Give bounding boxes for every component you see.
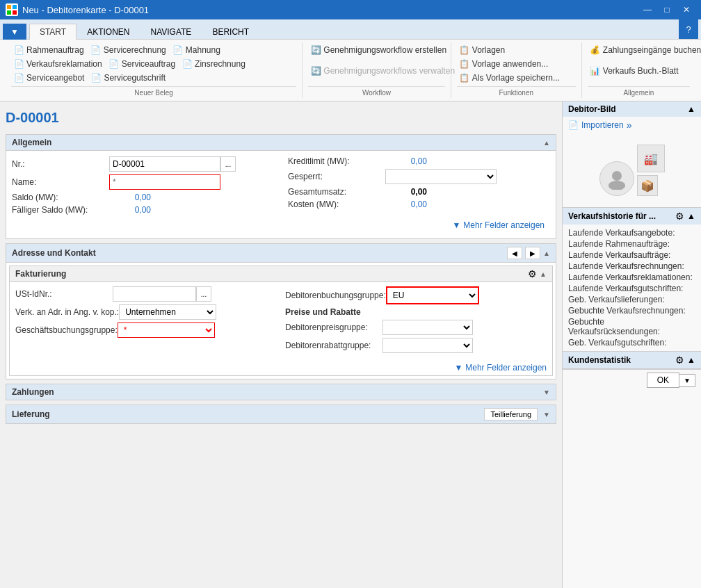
btn-verkaufsreklamation[interactable]: 📄 Verkaufsreklamation bbox=[11, 58, 105, 70]
section-lieferung-title: Lieferung bbox=[12, 409, 50, 419]
maximize-button[interactable]: □ bbox=[658, 3, 676, 17]
close-button[interactable]: ✕ bbox=[677, 3, 695, 17]
nr-dots-button[interactable]: ... bbox=[220, 156, 236, 172]
tab-start[interactable]: START bbox=[29, 24, 76, 40]
allgemein-label: Allgemein bbox=[588, 86, 690, 97]
geschaeft-select[interactable]: * bbox=[118, 322, 215, 338]
btn-vorlage-anwenden[interactable]: 📋 Vorlage anwenden... bbox=[457, 58, 551, 70]
rp-verkaufshistorie-header[interactable]: Verkaufshistorie für ... ⚙ ▲ bbox=[563, 208, 701, 224]
importieren-arrow: » bbox=[627, 120, 632, 131]
kosten-label: Kosten (MW): bbox=[288, 199, 385, 209]
deb-preis-label: Debitorenpreisgruppe: bbox=[285, 322, 382, 332]
btn-als-vorlage-speichern[interactable]: 📋 Als Vorlage speichern... bbox=[457, 72, 563, 84]
btn-mahnung[interactable]: 📄 Mahnung bbox=[170, 44, 223, 56]
rp-kundenstatistik-title: Kundenstatistik bbox=[568, 355, 631, 365]
importieren-label[interactable]: Importieren bbox=[581, 120, 624, 130]
btn-genehmigung-erstellen[interactable]: 🔄 Genehmigungsworkflow erstellen bbox=[308, 44, 449, 56]
lieferung-header-left: Lieferung bbox=[12, 409, 50, 419]
saldo-value: 0,00 bbox=[109, 193, 151, 202]
section-allgemein-header[interactable]: Allgemein ▲ bbox=[6, 135, 556, 151]
section-zahlungen-header[interactable]: Zahlungen ▼ bbox=[6, 384, 556, 400]
faelliger-label: Fälliger Saldo (MW): bbox=[12, 205, 109, 215]
gesperrt-label: Gesperrt: bbox=[288, 172, 385, 181]
section-allgemein-body: Nr.: ... Name: Saldo (MW): 0,00 bbox=[6, 151, 556, 238]
allgemein-col-left: Nr.: ... Name: Saldo (MW): 0,00 bbox=[12, 156, 274, 218]
rp-debitor-bild-header[interactable]: Debitor-Bild ▲ bbox=[563, 101, 701, 117]
mehr-felder-chevron2: ▼ bbox=[454, 363, 462, 373]
section-fakturierung-header[interactable]: Fakturierung ⚙ ▲ bbox=[10, 266, 552, 282]
section-lieferung: Lieferung Teillieferung ▼ bbox=[6, 405, 556, 424]
btn-verkaufs-buch-blatt[interactable]: 📊 Verkaufs Buch.-Blatt bbox=[588, 65, 682, 77]
svg-rect-0 bbox=[7, 5, 11, 9]
btn-zinsrechnung[interactable]: 📄 Zinsrechnung bbox=[179, 58, 248, 70]
btn-vorlagen[interactable]: 📋 Vorlagen bbox=[457, 44, 508, 56]
help-button[interactable]: ? bbox=[679, 19, 698, 39]
nr-row: Nr.: ... bbox=[12, 156, 274, 172]
stat-label-9: Geb. Verkaufsgutschriften: bbox=[568, 338, 666, 348]
btn-zahlungseingaenge[interactable]: 💰 Zahlungseingänge buchen... bbox=[588, 44, 701, 56]
main-area: D-00001 Allgemein ▲ Nr.: ... Name: bbox=[0, 101, 701, 588]
section-allgemein-title: Allgemein bbox=[12, 138, 51, 147]
deb-rabatt-select[interactable] bbox=[382, 338, 473, 353]
svg-rect-2 bbox=[7, 10, 11, 15]
stat-row-2: Laufende Verkaufsaufträge: bbox=[568, 250, 695, 261]
section-fakturierung: Fakturierung ⚙ ▲ USt-IdNr.: ... bbox=[9, 266, 553, 376]
fakturierung-mehr-felder[interactable]: ▼ Mehr Felder anzeigen bbox=[10, 360, 552, 375]
stat-row-8: Gebuchte Verkaufsrücksendungen: bbox=[568, 316, 695, 337]
stat-label-6: Geb. Verkaufslieferungen: bbox=[568, 295, 665, 304]
name-input[interactable] bbox=[109, 174, 220, 190]
verk-select[interactable]: Unternehmen bbox=[119, 304, 216, 320]
rp-verkaufshistorie-collapse: ▲ bbox=[687, 211, 695, 221]
btn-serviceauftrag[interactable]: 📄 Serviceauftrag bbox=[106, 58, 178, 70]
addr-nav-right[interactable]: ▶ bbox=[525, 247, 540, 259]
importieren-row: 📄 Importieren » bbox=[563, 117, 701, 133]
tab-aktionen[interactable]: AKTIONEN bbox=[76, 24, 140, 40]
deb-buchung-label: Debitorenbuchungsgruppe: bbox=[285, 291, 386, 300]
ribbon-group-items-allgemein: 💰 Zahlungseingänge buchen... 📊 Verkaufs … bbox=[588, 44, 690, 84]
deb-buchung-row: Debitorenbuchungsgruppe: EU bbox=[285, 286, 547, 304]
allgemein-mehr-felder[interactable]: ▼ Mehr Felder anzeigen bbox=[12, 218, 550, 233]
btn-serviceangebot[interactable]: 📄 Serviceangebot bbox=[11, 72, 87, 84]
section-adresse-header[interactable]: Adresse und Kontakt ◀ ▶ ▲ bbox=[6, 244, 556, 263]
svg-point-5 bbox=[609, 181, 625, 190]
deb-preis-select[interactable] bbox=[382, 320, 473, 335]
btn-rahmenauftrag[interactable]: 📄 Rahmenauftrag bbox=[11, 44, 87, 56]
section-fakturierung-body: USt-IdNr.: ... Verk. an Adr. in Ang. v. … bbox=[10, 282, 552, 360]
gesperrt-select[interactable] bbox=[385, 169, 497, 184]
ust-input[interactable] bbox=[113, 286, 196, 302]
mehr-felder-chevron: ▼ bbox=[452, 220, 460, 230]
ok-bar: OK ▼ bbox=[563, 369, 701, 391]
btn-servicerechnung[interactable]: 📄 Servicerechnung bbox=[88, 44, 169, 56]
teillieferung-button[interactable]: Teillieferung bbox=[484, 408, 538, 420]
tab-bericht[interactable]: BERICHT bbox=[202, 24, 259, 40]
tab-blue[interactable]: ▼ bbox=[3, 24, 26, 40]
ust-dots-button[interactable]: ... bbox=[196, 286, 211, 302]
serviceauftrag-icon: 📄 bbox=[109, 59, 119, 69]
section-zahlungen-title: Zahlungen bbox=[12, 387, 54, 397]
btn-servicegutschrift[interactable]: 📄 Servicegutschrift bbox=[88, 72, 168, 84]
saldo-row: Saldo (MW): 0,00 bbox=[12, 193, 274, 202]
nr-input[interactable] bbox=[109, 156, 220, 172]
deb-buchung-select[interactable]: EU bbox=[387, 288, 478, 303]
btn-genehmigung-verwalten[interactable]: 🔄 Genehmigungsworkflows verwalten bbox=[308, 65, 458, 77]
ribbon-tabs: ▼ START AKTIONEN NAVIGATE BERICHT ? bbox=[0, 19, 701, 40]
lieferung-collapse-icon: ▼ bbox=[543, 411, 550, 418]
ok-button[interactable]: OK bbox=[647, 373, 679, 388]
stat-label-1: Laufende Rahmenaufträge: bbox=[568, 239, 670, 249]
ribbon-group-items-workflow: 🔄 Genehmigungsworkflow erstellen 🔄 Geneh… bbox=[308, 44, 445, 84]
faelliger-row: Fälliger Saldo (MW): 0,00 bbox=[12, 205, 274, 215]
ok-dropdown-button[interactable]: ▼ bbox=[679, 374, 695, 387]
deb-rabatt-label: Debitorenrabattgruppe: bbox=[285, 341, 382, 350]
rp-kundenstatistik-header[interactable]: Kundenstatistik ⚙ ▲ bbox=[563, 352, 701, 368]
deb-buchung-highlight: EU bbox=[386, 286, 479, 304]
stat-label-2: Laufende Verkaufsaufträge: bbox=[568, 250, 670, 260]
minimize-button[interactable]: — bbox=[638, 3, 656, 17]
section-lieferung-header[interactable]: Lieferung Teillieferung ▼ bbox=[6, 405, 556, 423]
stat-row-4: Laufende Verkaufsreklamationen: bbox=[568, 272, 695, 283]
addr-nav-left[interactable]: ◀ bbox=[507, 247, 522, 259]
preise-title: Preise und Rabatte bbox=[285, 307, 547, 317]
app-logo bbox=[6, 3, 18, 16]
name-row: Name: bbox=[12, 174, 274, 190]
rp-debitor-bild-title: Debitor-Bild bbox=[568, 104, 616, 114]
tab-navigate[interactable]: NAVIGATE bbox=[140, 24, 202, 40]
